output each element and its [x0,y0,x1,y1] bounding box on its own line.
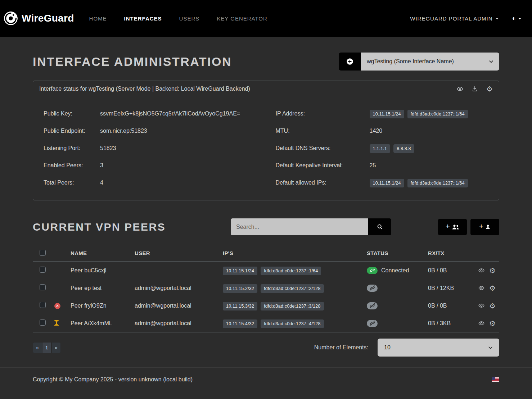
ip-badge: fdfd:d3ad:c0de:1237::3/128 [261,302,324,310]
view-peer-icon[interactable] [478,320,484,327]
edit-peer-icon[interactable]: ⚙ [489,320,496,327]
peer-status [367,285,428,292]
peer-checkbox[interactable] [40,284,46,290]
peer-ips: 10.11.15.3/32fdfd:d3ad:c0de:1237::3/128 [223,303,367,309]
edit-peer-icon[interactable]: ⚙ [489,285,496,292]
ip-badge: 10.11.15.3/32 [223,302,257,310]
peer-name[interactable]: Peer buC5cxjl [71,267,135,274]
peer-user: admin@wgportal.local [135,285,223,291]
view-peer-icon[interactable] [478,267,484,274]
user-menu[interactable]: WIREGUARD PORTAL ADMIN [410,15,498,22]
caret-down-icon [518,18,521,19]
download-config-icon[interactable] [472,86,478,92]
peer-row: Peer A/Xk4mMLadmin@wgportal.local10.11.1… [33,314,499,332]
pagination-next[interactable]: » [51,342,61,353]
peer-user: admin@wgportal.local [135,303,223,309]
peer-ips: 10.11.15.1/24fdfd:d3ad:c0de:1237::1/64 [223,267,367,274]
info-row: Public Endpoint:som.nicr.ep:51823 [44,122,267,140]
peer-name[interactable]: Peer ep test [71,285,135,291]
brand-name: WireGuard [22,13,74,24]
info-value: 25 [370,162,376,169]
plus-circle-icon [346,58,353,65]
info-value: 51823 [100,145,116,151]
info-label: Total Peers: [44,180,100,186]
peer-rxtx: 0B / 3KB [428,320,471,327]
add-multiple-peers-button[interactable]: + [438,219,467,235]
ip-badge: 10.11.15.1/24 [370,110,404,118]
interface-select-value: wgTesting (Some Interface Name) [367,58,454,65]
add-interface-button[interactable] [339,53,361,71]
top-navbar: WireGuard HOMEINTERFACESUSERSKEY GENERAT… [0,0,532,37]
info-row: Enabled Peers:3 [44,157,267,174]
edit-interface-icon[interactable]: ⚙ [486,85,493,92]
search-button[interactable] [368,218,391,235]
link-slash-icon [367,320,378,327]
header-user: USER [135,250,223,256]
nav-list: HOMEINTERFACESUSERSKEY GENERATOR [89,15,267,22]
nav-item-home[interactable]: HOME [89,15,107,22]
peer-rxtx: 0B / 12KB [428,285,471,291]
ip-badge: fdfd:d3ad:c0de:1237::4/128 [261,319,324,328]
theme-toggle[interactable]: ◐ [512,14,521,22]
info-label: Listening Port: [44,145,100,151]
edit-peer-icon[interactable]: ⚙ [489,267,496,274]
peer-row: Peer ep testadmin@wgportal.local10.11.15… [33,279,499,297]
pagination-prev[interactable]: « [33,342,42,353]
peer-status [367,302,428,309]
peer-status: Connected [367,267,428,274]
elements-select-value: 10 [384,344,391,351]
search-input[interactable] [231,218,368,235]
info-value: 1.1.1.18.8.8.8 [370,145,418,151]
info-value: 10.11.15.1/24fdfd:d3ad:c0de:1237::1/64 [370,180,471,186]
pagination-page-1[interactable]: 1 [42,342,51,353]
peer-checkbox[interactable] [40,302,46,308]
info-row: Default allowed IPs:10.11.15.1/24fdfd:d3… [276,174,499,191]
info-value: ssvmEelxG+k8jsNO5G7cq5r/Ak7liCodAvOyoCg1… [100,110,240,117]
ip-badge: 1.1.1.1 [370,144,391,153]
hourglass-icon [54,320,59,326]
add-peer-button[interactable]: + [470,219,499,235]
ip-badge: fdfd:d3ad:c0de:1237::1/64 [407,179,468,187]
header-name: NAME [71,250,135,256]
info-value: 3 [100,162,103,169]
peer-row: ×Peer fryiO9Znadmin@wgportal.local10.11.… [33,297,499,314]
copyright-text: Copyright © My Company 2025 - version un… [33,376,193,383]
view-peer-icon[interactable] [478,285,484,292]
view-peer-icon[interactable] [478,302,484,309]
select-all-checkbox[interactable] [40,250,46,256]
ip-badge: 10.11.15.1/24 [370,179,404,187]
info-value: 4 [100,180,103,186]
brand[interactable]: WireGuard [4,11,74,26]
info-label: Enabled Peers: [44,162,100,169]
peers-title: CURRENT VPN PEERS [33,221,231,233]
table-header-row: NAME USER IP'S STATUS RX/TX [33,245,499,262]
ip-badge: fdfd:d3ad:c0de:1237::2/128 [261,284,324,293]
nav-item-users[interactable]: USERS [179,15,200,22]
us-flag-icon[interactable] [492,377,499,382]
interface-info-right: IP Address:10.11.15.1/24fdfd:d3ad:c0de:1… [267,105,499,191]
peer-name[interactable]: Peer fryiO9Zn [71,303,135,309]
peer-checkbox[interactable] [40,319,46,326]
info-row: Listening Port:51823 [44,140,267,157]
link-icon [367,267,378,274]
nav-item-key-generator[interactable]: KEY GENERATOR [217,15,267,22]
view-config-icon[interactable] [457,86,463,92]
interface-select[interactable]: wgTesting (Some Interface Name) [361,53,499,71]
info-row: IP Address:10.11.15.1/24fdfd:d3ad:c0de:1… [276,105,499,122]
elements-select[interactable]: 10 [378,339,499,357]
interface-info-left: Public Key:ssvmEelxG+k8jsNO5G7cq5r/Ak7li… [33,105,267,191]
nav-item-interfaces[interactable]: INTERFACES [124,15,162,22]
peer-ips: 10.11.15.4/32fdfd:d3ad:c0de:1237::4/128 [223,320,367,327]
user-menu-label: WIREGUARD PORTAL ADMIN [410,15,492,22]
info-label: IP Address: [276,110,370,117]
page-title: INTERFACE ADMINISTRATION [33,55,232,69]
peer-name[interactable]: Peer A/Xk4mML [71,320,135,327]
pagination: « 1 » [33,342,61,353]
peer-ips: 10.11.15.2/32fdfd:d3ad:c0de:1237::2/128 [223,285,367,291]
info-label: Public Endpoint: [44,128,100,134]
peer-checkbox[interactable] [40,267,46,273]
link-slash-icon [367,302,378,309]
edit-peer-icon[interactable]: ⚙ [489,302,496,309]
ip-badge: 10.11.15.2/32 [223,284,257,293]
interface-status-card: Interface status for wgTesting (Server M… [33,81,499,200]
